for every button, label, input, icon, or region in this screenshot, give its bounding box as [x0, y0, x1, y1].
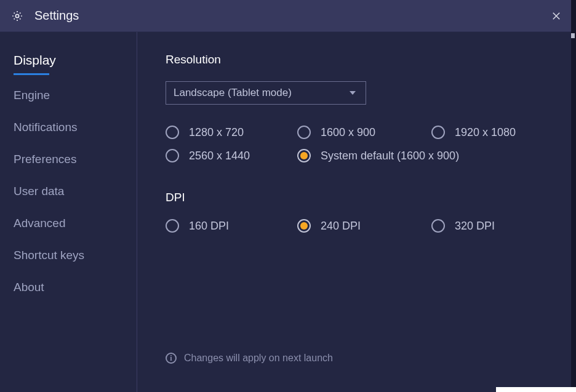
settings-window: Settings Display Engine Notifications Pr… — [0, 0, 576, 392]
resolution-title: Resolution — [166, 53, 556, 66]
titlebar: Settings — [0, 0, 576, 32]
sidebar-item-shortcut-keys[interactable]: Shortcut keys — [14, 249, 84, 281]
info-icon: i — [166, 353, 177, 364]
radio-icon — [297, 149, 311, 162]
radio-label: 1920 x 1080 — [455, 126, 516, 139]
sidebar-item-label: User data — [14, 185, 64, 198]
radio-icon — [166, 219, 179, 233]
sidebar-item-label: Shortcut keys — [14, 249, 84, 262]
sidebar-item-notifications[interactable]: Notifications — [14, 121, 78, 153]
sidebar-item-label: Preferences — [14, 153, 76, 166]
sidebar-item-label: Engine — [14, 89, 50, 102]
restart-notice: i Changes will apply on next launch — [166, 353, 333, 364]
svg-point-0 — [15, 14, 18, 17]
sidebar: Display Engine Notifications Preferences… — [0, 32, 137, 392]
resolution-radio-1280x720[interactable]: 1280 x 720 — [166, 126, 297, 139]
close-button[interactable] — [548, 7, 565, 25]
sidebar-item-label: About — [14, 281, 44, 294]
sidebar-item-advanced[interactable]: Advanced — [14, 217, 66, 249]
gear-icon — [11, 10, 23, 22]
radio-icon — [431, 219, 445, 233]
radio-icon — [166, 126, 179, 139]
radio-icon — [297, 219, 311, 233]
dpi-options: 160 DPI 240 DPI 320 DPI — [166, 219, 556, 233]
radio-label: 320 DPI — [455, 220, 495, 233]
sidebar-item-about[interactable]: About — [14, 281, 44, 313]
resolution-options: 1280 x 720 1600 x 900 1920 x 1080 2560 x… — [166, 126, 556, 162]
window-edge-mark — [571, 33, 575, 38]
resolution-radio-system-default[interactable]: System default (1600 x 900) — [297, 149, 556, 162]
body: Display Engine Notifications Preferences… — [0, 32, 576, 392]
radio-label: 2560 x 1440 — [189, 150, 250, 162]
window-edge — [571, 0, 576, 392]
radio-icon — [166, 149, 179, 162]
notice-text: Changes will apply on next launch — [184, 353, 333, 364]
sidebar-item-label: Notifications — [14, 121, 78, 134]
main-panel: Resolution Landscape (Tablet mode) 1280 … — [137, 32, 576, 392]
resolution-radio-1920x1080[interactable]: 1920 x 1080 — [431, 126, 556, 139]
resolution-radio-2560x1440[interactable]: 2560 x 1440 — [166, 149, 297, 162]
orientation-dropdown[interactable]: Landscape (Tablet mode) — [166, 81, 366, 105]
sidebar-item-preferences[interactable]: Preferences — [14, 153, 76, 185]
window-title: Settings — [34, 9, 79, 23]
radio-label: System default (1600 x 900) — [321, 150, 459, 162]
window-edge-bottom — [496, 387, 576, 392]
radio-label: 160 DPI — [189, 220, 229, 233]
radio-icon — [297, 126, 311, 139]
radio-label: 1600 x 900 — [321, 126, 375, 139]
sidebar-item-label: Advanced — [14, 217, 66, 230]
resolution-radio-1600x900[interactable]: 1600 x 900 — [297, 126, 431, 139]
sidebar-item-display[interactable]: Display — [14, 53, 56, 89]
dropdown-selected-label: Landscape (Tablet mode) — [174, 87, 292, 99]
dpi-title: DPI — [166, 191, 556, 204]
sidebar-item-user-data[interactable]: User data — [14, 185, 64, 217]
radio-label: 1280 x 720 — [189, 126, 244, 139]
dpi-radio-160[interactable]: 160 DPI — [166, 219, 297, 233]
dpi-radio-240[interactable]: 240 DPI — [297, 219, 431, 233]
chevron-down-icon — [350, 91, 356, 95]
dpi-radio-320[interactable]: 320 DPI — [431, 219, 556, 233]
sidebar-item-engine[interactable]: Engine — [14, 89, 50, 121]
radio-icon — [431, 126, 445, 139]
radio-label: 240 DPI — [321, 220, 361, 233]
sidebar-item-label: Display — [14, 53, 56, 67]
